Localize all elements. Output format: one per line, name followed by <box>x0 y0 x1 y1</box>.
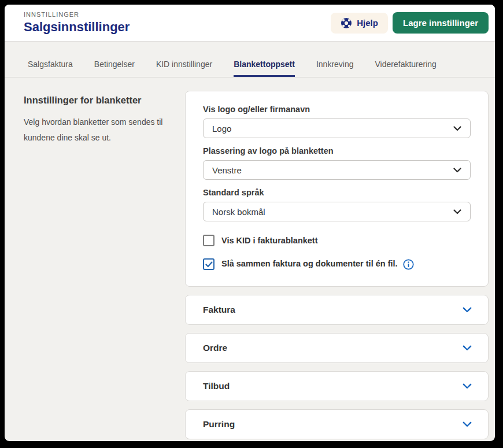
logo-display-label: Vis logo og/eller firmanavn <box>203 105 471 114</box>
tab-betingelser[interactable]: Betingelser <box>94 60 135 77</box>
header-actions: Hjelp Lagre innstillinger <box>331 12 489 34</box>
chevron-down-icon <box>463 307 472 313</box>
accordion-faktura[interactable]: Faktura <box>185 295 489 325</box>
header-titles: INNSTILLINGER Salgsinnstillinger <box>24 11 130 35</box>
accordion-tilbud[interactable]: Tilbud <box>185 371 489 401</box>
logo-position-label: Plassering av logo på blanketten <box>203 146 471 155</box>
default-language-select[interactable]: Norsk bokmål <box>203 202 471 221</box>
info-icon[interactable] <box>403 259 414 270</box>
show-kid-label: Vis KID i fakturablankett <box>221 236 318 245</box>
default-language-label: Standard språk <box>203 188 471 197</box>
settings-tabbar: Salgsfaktura Betingelser KID innstilling… <box>5 60 495 77</box>
logo-display-value: Logo <box>212 124 231 134</box>
breadcrumb: INNSTILLINGER <box>24 11 130 18</box>
app-window: INNSTILLINGER Salgsinnstillinger Hjelp <box>5 5 495 441</box>
logo-position-select[interactable]: Venstre <box>203 160 471 180</box>
accordion-tilbud-title: Tilbud <box>203 381 230 391</box>
section-heading: Innstillinger for blanketter <box>24 95 170 106</box>
settings-column: Vis logo og/eller firmanavn Logo Plasser… <box>185 91 489 441</box>
show-kid-checkbox-row: Vis KID i fakturablankett <box>203 235 471 246</box>
accordion-faktura-title: Faktura <box>203 305 235 315</box>
tab-innkreving[interactable]: Innkreving <box>316 60 354 77</box>
merge-invoice-checkbox[interactable] <box>203 258 214 270</box>
chevron-down-icon <box>453 126 461 131</box>
tab-viderefakturering[interactable]: Viderefakturering <box>375 60 437 77</box>
save-settings-button[interactable]: Lagre innstillinger <box>393 12 489 34</box>
help-button-label: Hjelp <box>357 18 378 28</box>
default-language-value: Norsk bokmål <box>212 207 265 217</box>
tab-salgsfaktura[interactable]: Salgsfaktura <box>28 60 73 77</box>
chevron-down-icon <box>453 209 461 214</box>
accordion-ordre-title: Ordre <box>203 343 227 353</box>
chevron-down-icon <box>463 383 472 389</box>
page-title: Salgsinnstillinger <box>24 20 130 35</box>
chevron-down-icon <box>453 168 461 173</box>
lifebuoy-icon <box>341 17 352 29</box>
logo-position-value: Venstre <box>212 165 242 175</box>
show-kid-checkbox[interactable] <box>203 235 214 246</box>
accordion-purring-title: Purring <box>203 419 235 430</box>
accordion-purring[interactable]: Purring <box>185 409 489 439</box>
section-intro: Innstillinger for blanketter Velg hvorda… <box>24 91 170 441</box>
section-description: Velg hvordan blanketter som sendes til k… <box>24 114 170 145</box>
logo-display-select[interactable]: Logo <box>203 119 471 138</box>
field-default-language: Standard språk Norsk bokmål <box>203 188 471 221</box>
tab-content: Innstillinger for blanketter Velg hvorda… <box>5 77 495 441</box>
chevron-down-icon <box>463 421 472 427</box>
accordion-ordre[interactable]: Ordre <box>185 333 489 363</box>
tab-blankettoppsett[interactable]: Blankettoppsett <box>234 60 295 77</box>
merge-invoice-label: Slå sammen faktura og dokumenter til én … <box>221 259 414 270</box>
field-logo-display: Vis logo og/eller firmanavn Logo <box>203 105 471 138</box>
field-logo-position: Plassering av logo på blanketten Venstre <box>203 146 471 180</box>
blankett-settings-card: Vis logo og/eller firmanavn Logo Plasser… <box>185 91 489 287</box>
merge-invoice-checkbox-row: Slå sammen faktura og dokumenter til én … <box>203 258 471 270</box>
tab-kid-innstillinger[interactable]: KID innstillinger <box>156 60 212 77</box>
page-header: INNSTILLINGER Salgsinnstillinger Hjelp <box>5 5 495 42</box>
help-button[interactable]: Hjelp <box>331 13 388 34</box>
chevron-down-icon <box>463 345 472 351</box>
